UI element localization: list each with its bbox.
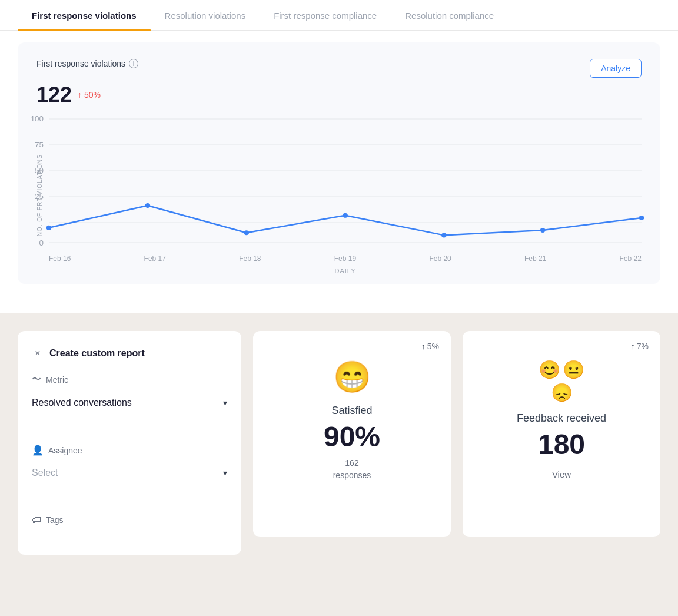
satisfied-change: ↑ 5% [421,342,439,351]
tab-resolution-compliance[interactable]: Resolution compliance [391,0,508,30]
svg-text:100: 100 [31,115,44,123]
svg-point-12 [145,203,150,208]
close-icon[interactable]: × [32,347,44,359]
svg-text:75: 75 [35,141,44,149]
svg-text:25: 25 [35,193,44,201]
chart-change-badge: ↑ 50% [78,90,101,100]
satisfied-card: ↑ 5% 😁 Satisfied 90% 162 responses [253,331,451,537]
satisfied-up-arrow: ↑ [421,342,426,351]
svg-point-13 [244,230,249,235]
metric-section: 〜 Metric Resolved conversations ▾ [32,373,227,413]
chart-card: First response violations i Analyze 122 … [18,42,660,284]
x-axis-labels: Feb 16 Feb 17 Feb 18 Feb 19 Feb 20 Feb 2… [49,251,642,263]
info-icon[interactable]: i [129,59,138,68]
satisfied-emoji: 😁 [333,359,371,395]
chart-x-axis-title: DAILY [49,267,642,274]
assignee-placeholder: Select [32,468,58,478]
metric-label-row: 〜 Metric [32,373,227,386]
svg-point-14 [343,213,348,218]
feedback-card: ↑ 7% 😊 😐 😞 Feedback received 180 View [463,331,660,537]
tags-label-row: 🏷 Tags [32,515,227,525]
assignee-section: 👤 Assignee Select ▾ [32,445,227,483]
emoji-neutral: 😐 [563,359,584,380]
svg-point-11 [46,226,52,230]
tab-resolution-violations[interactable]: Resolution violations [151,0,260,30]
panel-header: × Create custom report [32,347,227,359]
svg-text:0: 0 [39,239,44,247]
assignee-label-row: 👤 Assignee [32,445,227,456]
panel-title: Create custom report [49,348,145,359]
feedback-label: Feedback received [517,412,606,425]
svg-text:50: 50 [35,167,44,175]
assignee-icon: 👤 [32,445,44,456]
line-chart-svg: 100 75 50 25 0 [49,119,642,249]
chevron-down-icon: ▾ [223,398,227,408]
feedback-emoji-group: 😊 😐 😞 [538,359,585,403]
feedback-up-arrow: ↑ [631,342,635,351]
feedback-value: 180 [538,430,585,459]
satisfied-sub: 162 responses [333,457,371,482]
metric-dropdown[interactable]: Resolved conversations ▾ [32,393,227,413]
tabs-nav: First response violations Resolution vio… [0,0,678,31]
svg-point-17 [639,216,644,220]
tags-section: 🏷 Tags [32,515,227,525]
chart-title-area: First response violations i [36,59,138,68]
emoji-happy: 😊 [539,359,560,380]
metric-icon: 〜 [32,373,41,386]
svg-point-16 [540,228,546,233]
chart-value-display: 122 ↑ 50% [36,82,642,107]
chart-plot: 100 75 50 25 0 [49,119,642,272]
svg-point-15 [441,233,447,237]
satisfied-value: 90% [324,423,380,451]
assignee-dropdown[interactable]: Select ▾ [32,463,227,483]
custom-report-panel: × Create custom report 〜 Metric Resolved… [18,331,241,555]
analyze-button[interactable]: Analyze [590,59,642,78]
feedback-view-link[interactable]: View [552,469,571,479]
tab-first-response-violations[interactable]: First response violations [18,0,151,30]
emoji-sad: 😞 [551,382,573,403]
bottom-section: × Create custom report 〜 Metric Resolved… [0,313,678,572]
tab-first-response-compliance[interactable]: First response compliance [260,0,391,30]
feedback-change: ↑ 7% [631,342,649,351]
metric-dropdown-value: Resolved conversations [32,398,132,408]
stats-cards-area: ↑ 5% 😁 Satisfied 90% 162 responses ↑ 7% … [253,331,660,555]
assignee-chevron-icon: ▾ [223,468,227,478]
satisfied-label: Satisfied [331,405,372,417]
tags-icon: 🏷 [32,515,41,525]
